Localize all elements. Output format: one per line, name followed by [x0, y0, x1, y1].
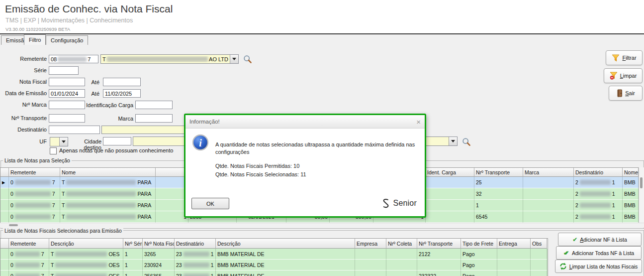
table-cell[interactable]: 32 — [474, 188, 523, 200]
column-header[interactable]: Nrº Transporte — [474, 168, 523, 177]
column-header[interactable]: Nome — [623, 168, 639, 177]
table-cell[interactable] — [426, 177, 474, 188]
table-cell[interactable]: 07 — [9, 188, 60, 200]
column-header[interactable]: Destinatário — [574, 168, 623, 177]
search-icon[interactable] — [243, 55, 252, 64]
table-cell[interactable] — [523, 200, 574, 211]
adicionar-todas-nf-button[interactable]: ✔✔ Adicionar Todas NF à Lista — [556, 246, 642, 260]
table-cell[interactable]: TOES — [49, 271, 123, 276]
filtrar-button[interactable]: Filtrar — [606, 50, 643, 65]
serie-input[interactable] — [49, 66, 79, 75]
column-header[interactable]: Entrega — [497, 239, 531, 249]
table-cell[interactable] — [426, 188, 474, 200]
table-cell[interactable]: 21 — [574, 188, 623, 200]
table-cell[interactable]: 231 — [175, 271, 216, 276]
ok-button[interactable]: OK — [191, 198, 229, 209]
table-cell[interactable] — [386, 271, 417, 276]
vertical-scrollbar[interactable] — [639, 167, 644, 223]
table-cell[interactable]: 6545 — [474, 211, 523, 223]
table-cell[interactable]: TPARA — [60, 188, 156, 200]
chevron-down-icon[interactable] — [449, 137, 457, 145]
table-cell[interactable]: 1 — [123, 249, 143, 260]
column-header[interactable] — [0, 239, 9, 249]
table-cell[interactable]: 07 — [9, 200, 60, 211]
table-cell[interactable] — [531, 260, 547, 271]
table-cell[interactable] — [426, 211, 474, 223]
column-header[interactable]: Obs — [531, 239, 547, 249]
table-cell[interactable]: BMB MATERIAL DE — [216, 271, 355, 276]
table-cell[interactable]: 230924 — [143, 260, 175, 271]
table-cell[interactable]: 07 — [9, 211, 60, 223]
table-cell[interactable]: Pago — [461, 260, 497, 271]
column-header[interactable]: Empresa — [355, 239, 386, 249]
table-cell[interactable]: 231 — [175, 249, 216, 260]
uf-combo[interactable] — [50, 137, 68, 146]
table-cell[interactable]: BMB — [623, 200, 639, 211]
limpar-button[interactable]: Limpar — [604, 68, 643, 83]
table-cell[interactable]: 07 — [9, 249, 49, 260]
table-cell[interactable]: Pago — [461, 249, 497, 260]
table-cell[interactable]: TPARA — [60, 211, 156, 223]
table-cell[interactable] — [417, 260, 461, 271]
table-cell[interactable] — [523, 211, 574, 223]
sair-button[interactable]: Sair — [609, 86, 643, 101]
table-cell[interactable] — [523, 188, 574, 200]
marca-input[interactable] — [135, 114, 173, 123]
table-cell[interactable]: 231 — [175, 260, 216, 271]
table-cell[interactable] — [355, 249, 386, 260]
table-cell[interactable]: 3265 — [143, 249, 175, 260]
column-header[interactable]: Nome — [60, 168, 156, 177]
cidade-destino-code-input[interactable] — [103, 137, 131, 145]
column-header[interactable]: Tipo de Frete — [461, 239, 497, 249]
adicionar-nf-button[interactable]: ✔ Adicionar NF à Lista — [558, 233, 642, 246]
table-cell[interactable] — [355, 260, 386, 271]
ident-carga-input[interactable] — [135, 101, 173, 109]
chevron-down-icon[interactable] — [230, 55, 238, 63]
table-cell[interactable]: 21 — [574, 200, 623, 211]
column-header[interactable] — [0, 168, 9, 177]
row-selector[interactable] — [0, 211, 9, 223]
table-cell[interactable]: 1 — [123, 271, 143, 276]
column-header[interactable]: Nrº Coleta — [386, 239, 417, 249]
table-cell[interactable]: TOES — [49, 249, 123, 260]
horizontal-scrollbar[interactable] — [0, 223, 644, 228]
table-cell[interactable]: 07 — [9, 271, 49, 276]
table-cell[interactable]: 2122 — [417, 249, 461, 260]
nota-fiscal-ate-input[interactable] — [103, 78, 141, 86]
table-cell[interactable]: BMB MATERIAL DE — [216, 249, 355, 260]
column-header[interactable]: Ident. Carga — [426, 168, 474, 177]
table-cell[interactable]: 1 — [123, 260, 143, 271]
row-selector[interactable] — [0, 271, 9, 276]
table-cell[interactable] — [386, 260, 417, 271]
table-cell[interactable]: BMB — [623, 188, 639, 200]
table-cell[interactable]: 25 — [474, 177, 523, 188]
table-row[interactable]: 07TOES13265231BMB MATERIAL DE2122Pago — [0, 249, 548, 260]
table-row[interactable]: 07TOES1230924231BMB MATERIAL DEPago — [0, 260, 548, 271]
remetente-name-combo[interactable]: T AO LTD — [100, 54, 239, 64]
chevron-down-icon[interactable] — [59, 138, 68, 146]
column-header[interactable]: Destinatário — [175, 239, 216, 249]
tab-filtro[interactable]: Filtro — [24, 34, 46, 45]
table-cell[interactable]: TPARA — [60, 200, 156, 211]
table-cell[interactable]: TOES — [49, 260, 123, 271]
table-cell[interactable]: BMB — [623, 177, 639, 188]
row-selector[interactable]: ▶ — [0, 177, 9, 188]
table-cell[interactable]: Pago — [461, 271, 497, 276]
column-header[interactable]: Remetente — [9, 168, 60, 177]
column-header[interactable]: Descrição — [216, 239, 355, 249]
scrollbar-thumb[interactable] — [640, 177, 643, 188]
table-cell[interactable]: 1 — [474, 200, 523, 211]
remetente-code-input[interactable]: 08 7 — [49, 55, 98, 63]
table-cell[interactable] — [355, 271, 386, 276]
table-cell[interactable] — [497, 249, 531, 260]
column-header[interactable]: Nrº Transporte — [417, 239, 461, 249]
table-cell[interactable]: 07 — [9, 260, 49, 271]
scrollbar-thumb[interactable] — [9, 224, 18, 226]
table-cell[interactable]: 256365 — [143, 271, 175, 276]
column-header[interactable]: Descrição — [49, 239, 123, 249]
column-header[interactable]: Marca — [523, 168, 574, 177]
table-cell[interactable] — [497, 260, 531, 271]
table-cell[interactable]: TPARA — [60, 177, 156, 188]
destinatario-code-input[interactable] — [49, 126, 100, 134]
data-emissao-ate-input[interactable]: 11/02/2025 — [103, 89, 141, 98]
